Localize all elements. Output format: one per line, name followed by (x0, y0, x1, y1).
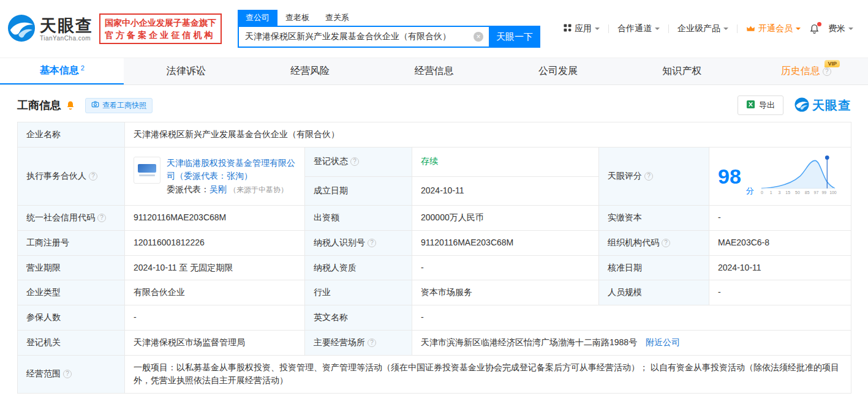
tianyancha-logo[interactable]: 天眼查 TianYanCha.com (7, 14, 93, 44)
menu-apps[interactable]: 应用 (564, 23, 600, 34)
camera-icon (91, 100, 99, 110)
table-row: 营业期限 2024-10-11 至 无固定期限 纳税人资质 - 核准日期 202… (18, 255, 851, 280)
taxpayer-id-label: 纳税人识别号 (305, 231, 412, 256)
industry-label: 行业 (305, 280, 412, 305)
help-icon[interactable] (644, 172, 653, 181)
export-button[interactable]: 导出 (738, 95, 783, 115)
table-row: 企业名称 天津港保税区新兴产业发展基金合伙企业（有限合伙） (18, 122, 851, 148)
tianyancha-watermark-icon (794, 97, 809, 114)
svg-text:85: 85 (805, 190, 810, 195)
help-icon[interactable] (368, 239, 376, 247)
search-tab-boss[interactable]: 查老板 (277, 10, 317, 26)
table-row: 经营范围 一般项目：以私募基金从事股权投资、投资管理、资产管理等活动（须在中国证… (18, 355, 851, 393)
tab-basic-info[interactable]: 基本信息 2 (0, 58, 124, 84)
table-row: 参保人数 - 英文名称 - (18, 305, 851, 331)
svg-text:0: 0 (761, 190, 763, 195)
snapshot-button[interactable]: 查看工商快照 (85, 98, 153, 113)
help-icon[interactable] (368, 338, 376, 347)
table-row: 登记机关 天津港保税区市场监督管理局 主要经营场所 天津市滨海新区临港经济区怡湾… (18, 330, 851, 355)
search-input[interactable] (238, 26, 489, 48)
executive-partner-label: 执行事务合伙人 (18, 147, 125, 206)
tab-business-risk[interactable]: 经营风险 (248, 58, 372, 84)
business-address-label: 主要经营场所 (305, 330, 412, 355)
tab-legal-litigation-label: 法律诉讼 (167, 65, 206, 78)
svg-text:3: 3 (778, 190, 780, 195)
established-date-value: 2024-10-11 (412, 176, 599, 206)
certification-badge-line2: 官方备案企业征信机构 (105, 29, 216, 41)
taxpayer-qualification-value: - (412, 255, 599, 280)
company-section-tabs: 基本信息 2 法律诉讼 经营风险 经营信息 公司发展 知识产权 历史信息 VIP (0, 58, 868, 85)
business-registration-header: 工商信息 查看工商快照 (17, 95, 851, 116)
crown-icon (746, 24, 755, 34)
help-icon[interactable] (97, 214, 106, 222)
credit-code-value: 91120116MAE203C68M (125, 206, 305, 231)
delegate-rep-link[interactable]: 吴刚 (209, 184, 227, 194)
business-address-value: 天津市滨海新区临港经济区怡湾广场渤海十二南路1988号 附近公司 (412, 330, 851, 355)
tab-company-development[interactable]: 公司发展 (496, 58, 620, 84)
registration-authority-value: 天津港保税区市场监督管理局 (125, 330, 305, 355)
tab-basic-info-label: 基本信息 (40, 64, 79, 77)
certification-badge-line1: 国家中小企业发展子基金旗下 (105, 17, 216, 29)
business-scope-label: 经营范围 (18, 355, 125, 393)
help-icon[interactable] (89, 172, 97, 181)
divider (737, 24, 738, 33)
subscribe-bell-icon[interactable] (66, 100, 75, 110)
excel-icon (746, 100, 755, 111)
tianyancha-watermark: 天眼查 (794, 97, 851, 114)
tab-legal-litigation[interactable]: 法律诉讼 (124, 58, 247, 84)
taxpayer-qualification-label: 纳税人资质 (305, 255, 412, 280)
search-button[interactable]: 天眼一下 (489, 26, 540, 48)
approval-date-label: 核准日期 (599, 255, 709, 280)
vip-badge: VIP (825, 60, 840, 67)
clear-search-icon[interactable]: × (474, 32, 483, 42)
help-icon[interactable] (63, 370, 72, 378)
menu-vip-upgrade[interactable]: 开通会员 (746, 23, 801, 34)
partner-company-logo[interactable] (134, 157, 160, 184)
menu-vip-label: 开通会员 (758, 23, 793, 34)
chevron-down-icon (655, 28, 660, 32)
menu-user-account[interactable]: 费米 (828, 23, 853, 34)
table-row: 企业类型 有限合伙企业 行业 资本市场服务 人员规模 - (18, 280, 851, 305)
tab-history-info[interactable]: 历史信息 VIP (744, 58, 868, 84)
nearby-companies-link[interactable]: 附近公司 (646, 337, 680, 347)
insured-count-value: - (125, 305, 305, 331)
main-content: 工商信息 查看工商快照 (0, 95, 868, 394)
search-tab-relation[interactable]: 查关系 (317, 10, 357, 26)
tianyan-score-label: 天眼评分 (599, 147, 709, 206)
registration-status-value: 存续 (412, 147, 599, 176)
notification-bell-icon[interactable] (809, 24, 820, 34)
company-type-value: 有限合伙企业 (125, 280, 305, 305)
established-date-label: 成立日期 (305, 176, 412, 206)
help-icon[interactable] (662, 239, 670, 247)
tab-intellectual-property[interactable]: 知识产权 (620, 58, 744, 84)
chevron-down-icon (848, 28, 853, 32)
brand-domain: TianYanCha.com (40, 35, 93, 42)
insured-count-label: 参保人数 (18, 305, 125, 331)
tab-business-info[interactable]: 经营信息 (372, 58, 496, 84)
approval-date-value: 2024-10-11 (709, 255, 851, 280)
partner-company-link[interactable]: 天津临港股权投资基金管理有限公司（委派代表：张洵） (167, 158, 295, 181)
score-number: 98 (718, 166, 741, 187)
registration-number-label: 工商注册号 (18, 231, 125, 256)
menu-user-label: 费米 (828, 23, 845, 34)
tab-company-development-label: 公司发展 (538, 65, 578, 78)
tab-business-info-label: 经营信息 (414, 65, 453, 78)
tab-basic-info-count: 2 (81, 64, 85, 72)
english-name-value: - (412, 305, 851, 331)
tianyancha-logo-icon (7, 14, 36, 44)
menu-partner-channel[interactable]: 合作通道 (617, 23, 660, 34)
menu-partner-label: 合作通道 (617, 23, 652, 34)
tianyan-score-value: 98 分 0 1 (709, 147, 851, 206)
menu-enterprise-products[interactable]: 企业级产品 (677, 23, 728, 34)
search-tab-company[interactable]: 查公司 (238, 10, 277, 26)
svg-text:99: 99 (821, 190, 826, 195)
score-distribution-chart: 0 1 3 15 50 85 97 99 100 (759, 153, 837, 200)
english-name-label: 英文名称 (305, 305, 412, 331)
svg-text:15: 15 (785, 190, 790, 195)
help-icon[interactable] (350, 157, 359, 166)
top-header: 天眼查 TianYanCha.com 国家中小企业发展子基金旗下 官方备案企业征… (0, 0, 868, 58)
executive-partner-value: 天津临港股权投资基金管理有限公司（委派代表：张洵） 委派代表：吴刚 （来源于中基… (125, 147, 305, 206)
chevron-down-icon (796, 28, 801, 32)
svg-text:1: 1 (770, 190, 772, 195)
registration-status-label: 登记状态 (305, 147, 412, 176)
